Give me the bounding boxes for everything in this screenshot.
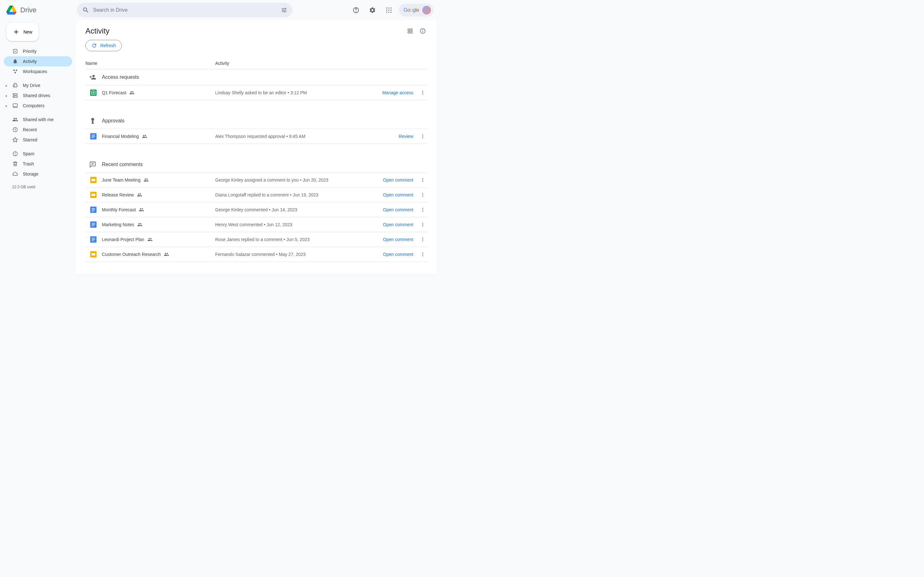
more-options-icon[interactable] [418,192,427,197]
svg-rect-19 [13,104,18,106]
avatar[interactable] [421,5,432,15]
more-options-icon[interactable] [418,134,427,139]
svg-point-81 [422,253,423,253]
drive-logo-icon [5,4,18,16]
svg-point-1 [356,11,356,12]
file-name: Marketing Notes [102,222,134,227]
grid-view-icon[interactable] [406,27,414,35]
docs-file-icon [90,221,97,228]
sidebar-item-label: Activity [23,59,37,64]
more-options-icon[interactable] [418,237,427,242]
activity-text: Alex Thompson requested approval • 9:45 … [215,134,399,139]
activity-row[interactable]: Monthly ForecastGeorge Kinley commented … [85,202,427,217]
sidebar-item-starred[interactable]: Starred [4,135,72,145]
row-action-link[interactable]: Open comment [383,192,418,197]
shared-icon [137,222,142,227]
account-chip[interactable]: Google [399,4,434,16]
more-options-icon[interactable] [418,90,427,95]
main-content: Activity Refresh Name Activity [76,20,437,274]
help-icon[interactable] [350,4,362,16]
activity-row[interactable]: Release ReviewDiana Longstaff replied to… [85,187,427,202]
svg-point-55 [422,193,423,194]
svg-point-5 [386,10,387,10]
svg-point-6 [389,10,390,10]
section-access: Access requestsQ1 ForecastLindsay Shelly… [85,69,427,100]
activity-text: Henry West commented • Jun 12, 2023 [215,222,383,227]
slides-file-icon [90,192,97,198]
sidebar-item-spam[interactable]: Spam [4,149,72,159]
svg-rect-27 [408,32,410,33]
trash-icon [12,161,18,167]
svg-point-38 [422,93,423,95]
sidebar-item-priority[interactable]: Priority [4,46,72,56]
info-icon[interactable] [418,27,427,35]
sidebar-item-label: My Drive [23,83,40,88]
activity-text: Diana Longstaff replied to a comment • J… [215,192,383,197]
expand-icon: ▸ [6,84,7,87]
shared-icon [147,237,153,242]
file-name: Monthly Forecast [102,207,136,212]
page-title: Activity [85,27,110,35]
more-options-icon[interactable] [418,222,427,227]
sidebar-item-trash[interactable]: Trash [4,159,72,169]
activity-row[interactable]: Financial ModelingAlex Thompson requeste… [85,129,427,144]
expand-icon: ▸ [6,104,7,108]
sidebar-item-mydrive[interactable]: ▸My Drive [4,81,72,90]
activity-row[interactable]: Q1 ForecastLindsay Shelly asked to be an… [85,85,427,100]
search-input[interactable] [93,7,277,13]
search-options-icon[interactable] [281,7,287,13]
activity-row[interactable]: Leonardi Project PlanRose James replied … [85,232,427,247]
more-options-icon[interactable] [418,252,427,257]
sheets-file-icon [90,89,97,96]
search-bar[interactable] [77,3,292,18]
svg-point-64 [422,211,423,212]
svg-point-83 [422,255,423,256]
row-action-link[interactable]: Review [399,134,418,139]
activity-row[interactable]: June Team MeetingGeorge Kinley assigned … [85,172,427,187]
new-button[interactable]: New [6,23,39,41]
sidebar-item-activity[interactable]: Activity [4,56,72,66]
svg-point-2 [386,8,387,8]
refresh-button[interactable]: Refresh [85,40,122,51]
header-right: Google [350,4,434,16]
sidebar-item-computers[interactable]: ▸Computers [4,101,72,111]
svg-rect-49 [92,179,95,181]
row-action-link[interactable]: Manage access [382,90,418,95]
row-action-link[interactable]: Open comment [383,237,418,242]
activity-row[interactable]: Customer Outreach ResearchFernando Salaz… [85,247,427,262]
svg-rect-54 [92,194,95,196]
google-logo-text: Google [403,7,419,13]
activity-text: Rose James replied to a comment • Jun 5,… [215,237,383,242]
svg-point-57 [422,196,423,197]
section-header: Approvals [85,113,427,129]
row-action-link[interactable]: Open comment [383,177,418,182]
settings-icon[interactable] [366,4,379,16]
row-action-link[interactable]: Open comment [383,252,418,257]
apps-icon[interactable] [382,4,395,16]
mydrive-icon [12,82,18,89]
sidebar-item-sharedwithme[interactable]: Shared with me [4,114,72,125]
svg-point-13 [16,69,18,71]
svg-rect-26 [411,29,412,31]
svg-point-50 [422,178,423,179]
more-options-icon[interactable] [418,207,427,212]
activity-row[interactable]: Marketing NotesHenry West commented • Ju… [85,217,427,232]
sidebar-item-shareddrives[interactable]: ▸Shared drives [4,90,72,101]
file-name: Q1 Forecast [102,90,126,95]
row-action-link[interactable]: Open comment [383,222,418,227]
logo-area[interactable]: Drive [5,4,77,16]
svg-point-56 [422,195,423,195]
computers-icon [12,103,18,109]
row-action-link[interactable]: Open comment [383,207,418,212]
docs-file-icon [90,206,97,213]
sidebar-item-recent[interactable]: Recent [4,125,72,135]
sidebar-item-workspaces[interactable]: Workspaces [4,66,72,77]
svg-point-51 [422,180,423,181]
svg-point-62 [422,208,423,209]
sidebar-item-storage[interactable]: Storage [4,169,72,179]
activity-text: George Kinley commented • Jun 14, 2023 [215,207,383,212]
svg-point-4 [390,8,392,8]
more-options-icon[interactable] [418,177,427,182]
svg-point-77 [422,239,423,240]
section-title: Access requests [102,74,139,80]
